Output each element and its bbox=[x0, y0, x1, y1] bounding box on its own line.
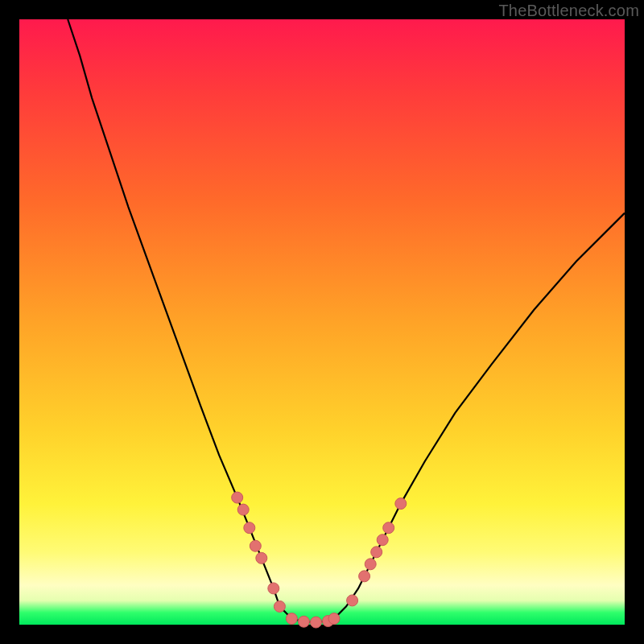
highlight-marker bbox=[237, 504, 249, 515]
highlight-marker bbox=[286, 613, 297, 625]
highlight-marker bbox=[371, 547, 382, 558]
highlight-marker bbox=[311, 617, 322, 628]
highlight-marker bbox=[268, 583, 279, 594]
highlight-marker bbox=[395, 498, 407, 510]
watermark-text: TheBottleneck.com bbox=[498, 2, 639, 20]
highlight-marker bbox=[232, 492, 243, 503]
highlight-marker bbox=[244, 522, 255, 534]
highlight-marker bbox=[383, 522, 394, 534]
bottleneck-curve-path bbox=[68, 19, 625, 622]
highlight-marker bbox=[298, 616, 309, 627]
highlight-marker bbox=[347, 595, 358, 606]
curve-layer bbox=[19, 19, 625, 625]
highlight-marker bbox=[256, 552, 267, 564]
highlight-marker bbox=[250, 540, 261, 551]
highlight-marker bbox=[328, 613, 340, 625]
highlight-marker bbox=[365, 559, 376, 570]
highlight-marker bbox=[274, 601, 285, 612]
outer-frame: TheBottleneck.com bbox=[0, 0, 644, 644]
highlight-marker bbox=[377, 535, 388, 546]
marker-group bbox=[232, 492, 407, 628]
highlight-marker bbox=[359, 571, 370, 582]
